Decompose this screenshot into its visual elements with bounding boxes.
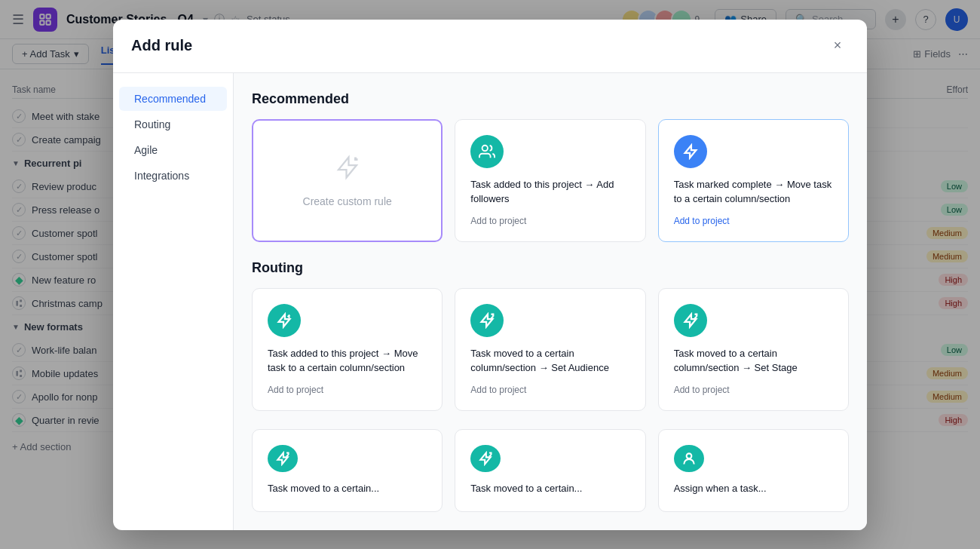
rule-card-marked-complete[interactable]: Task marked complete → Move task to a ce… [658,119,849,242]
routing-section: Routing Task added to this project → Mov… [252,260,849,512]
rule-card-text: Task moved to a certain column/section →… [470,346,629,376]
add-rule-modal: Add rule × Recommended Routing Agile Int… [113,20,867,530]
add-to-project-button[interactable]: Add to project [470,385,629,395]
add-to-project-button[interactable]: Add to project [674,216,833,226]
rule-icon [674,304,707,337]
routing-partial-card-1[interactable]: Task moved to a certain... [252,429,443,512]
routing-card-3[interactable]: Task moved to a certain column/section →… [658,288,849,411]
add-to-project-button[interactable]: Add to project [470,216,629,226]
routing-cards-grid: Task added to this project → Move task t… [252,288,849,411]
nav-item-recommended[interactable]: Recommended [119,87,227,111]
routing-card-2[interactable]: Task moved to a certain column/section →… [455,288,645,411]
create-custom-rule-card[interactable]: Create custom rule [252,119,443,242]
svg-point-5 [686,453,691,459]
nav-item-routing[interactable]: Routing [119,112,227,136]
routing-partial-card-2[interactable]: Task moved to a certain... [455,429,645,512]
modal-body: Recommended Routing Agile Integrations R… [113,73,867,530]
rule-icon [470,304,504,337]
modal-content: Recommended Create custom rule [234,73,867,530]
rule-icon [268,445,298,473]
modal-title: Add rule [131,37,192,54]
modal-nav: Recommended Routing Agile Integrations [113,73,234,530]
rule-card-text: Task added to this project → Move task t… [268,346,427,376]
routing-card-1[interactable]: Task added to this project → Move task t… [252,288,443,411]
rule-card-text: Task marked complete → Move task to a ce… [674,177,833,207]
custom-rule-icon [334,154,361,186]
rule-icon [674,445,704,473]
routing-title: Routing [252,260,849,276]
rule-card-text: Task moved to a certain... [470,481,629,496]
rule-card-text: Task moved to a certain column/section →… [674,346,833,376]
nav-item-integrations[interactable]: Integrations [119,164,227,188]
routing-partial-card-3[interactable]: Assign when a task... [658,429,849,512]
recommended-section: Recommended Create custom rule [252,91,849,242]
bottom-cards-grid: Task moved to a certain... Task moved to… [252,429,849,512]
recommended-title: Recommended [252,91,849,107]
add-to-project-button[interactable]: Add to project [268,385,427,395]
recommended-cards-grid: Create custom rule [252,119,849,242]
rule-icon [674,135,707,168]
modal-overlay[interactable]: Add rule × Recommended Routing Agile Int… [0,0,980,549]
rule-icon [470,445,501,473]
nav-item-agile[interactable]: Agile [119,138,227,162]
rule-icon [470,135,504,168]
rule-card-add-followers[interactable]: Task added to this project → Add followe… [455,119,645,242]
custom-rule-label: Create custom rule [303,195,392,207]
close-button[interactable]: × [826,35,849,57]
rule-card-text: Task added to this project → Add followe… [470,177,629,207]
modal-header: Add rule × [113,20,867,73]
rule-icon [268,304,301,337]
add-to-project-button[interactable]: Add to project [674,385,833,395]
rule-card-text: Task moved to a certain... [268,481,427,496]
rule-card-text: Assign when a task... [674,481,833,496]
svg-point-4 [482,145,488,150]
